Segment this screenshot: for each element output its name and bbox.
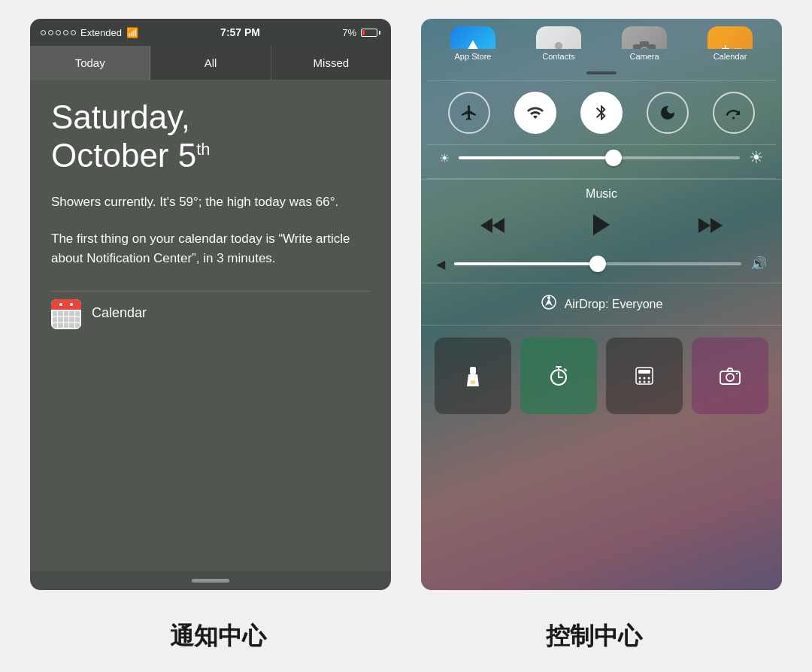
signal-dot-4 (63, 30, 68, 35)
bottom-labels: 通知中心 控制中心 (30, 620, 782, 653)
tab-all[interactable]: All (150, 46, 271, 80)
nc-date: Saturday, October 5th (51, 98, 370, 174)
camera-quick-button[interactable] (692, 338, 768, 414)
control-center-label: 控制中心 (414, 620, 774, 653)
notification-center-panel: Extended 📶 7:57 PM 7% Today All Missed (30, 19, 391, 590)
handle-bar (192, 579, 229, 583)
time-display: 7:57 PM (220, 26, 260, 38)
airdrop-row[interactable]: AirDrop: Everyone (421, 283, 782, 325)
nc-handle[interactable] (30, 571, 391, 590)
battery-icon (361, 29, 380, 37)
status-left: Extended 📶 (41, 27, 138, 38)
cal-cell (75, 323, 80, 328)
nc-content: Saturday, October 5th Showers currently.… (30, 80, 391, 571)
music-section: Music (421, 179, 782, 283)
svg-point-29 (648, 377, 650, 380)
calendar-app-icon: + − (707, 26, 753, 49)
brightness-min-icon: ☀ (439, 151, 450, 165)
timer-button[interactable] (520, 338, 597, 414)
brightness-row: ☀ ☀ (421, 145, 782, 178)
camera-label: Camera (629, 52, 659, 61)
calendar-icon (51, 299, 81, 329)
cal-cell (58, 323, 62, 328)
flashlight-button[interactable] (435, 338, 511, 414)
bluetooth-toggle[interactable] (580, 92, 623, 134)
rotation-lock-toggle[interactable] (713, 92, 755, 134)
svg-marker-9 (492, 218, 504, 233)
wifi-status-icon: 📶 (126, 27, 138, 38)
wifi-toggle[interactable] (514, 92, 556, 134)
svg-text:+: + (721, 41, 730, 49)
cal-cell (75, 317, 80, 322)
battery-body (361, 29, 377, 37)
cal-cell (58, 317, 62, 322)
cal-cell (64, 311, 68, 316)
carrier-label: Extended (80, 27, 122, 38)
camera-icon-partial (622, 26, 667, 49)
cal-cell (69, 311, 74, 316)
appstore-label: App Store (455, 52, 492, 61)
cc-top-handle[interactable] (421, 65, 782, 80)
brightness-fill (459, 156, 614, 159)
volume-min-icon: ◀ (436, 257, 445, 271)
volume-slider[interactable] (454, 262, 741, 265)
svg-point-15 (547, 296, 550, 299)
contacts-icon-partial (536, 26, 581, 49)
airdrop-icon (541, 294, 557, 314)
camera-icon (622, 26, 667, 49)
nc-weather: Showers currently. It's 59°; the high to… (51, 192, 370, 212)
music-label: Music (436, 187, 767, 201)
cc-inner: App Store Contacts (421, 19, 782, 590)
signal-dots (41, 30, 76, 35)
tab-today[interactable]: Today (30, 46, 150, 80)
do-not-disturb-toggle[interactable] (647, 92, 689, 134)
svg-point-28 (644, 377, 646, 380)
svg-point-35 (736, 373, 738, 374)
cal-cell (53, 317, 57, 322)
battery-cap (379, 31, 380, 35)
quick-actions (421, 325, 782, 426)
cal-cell (75, 311, 80, 316)
svg-point-27 (639, 377, 641, 380)
svg-rect-18 (471, 380, 475, 384)
svg-point-30 (639, 381, 641, 383)
tab-missed[interactable]: Missed (271, 46, 391, 80)
svg-rect-5 (640, 41, 649, 45)
battery-percent: 7% (342, 27, 356, 38)
nc-calendar-event: The first thing on your calendar today i… (51, 229, 370, 269)
svg-point-31 (644, 381, 646, 383)
cc-toggles (421, 81, 782, 144)
cc-app-appstore: App Store (430, 26, 516, 61)
rewind-button[interactable] (471, 213, 514, 243)
cal-cell (64, 317, 68, 322)
date-sup: th (196, 140, 210, 159)
svg-line-24 (565, 369, 566, 371)
airplane-mode-toggle[interactable] (448, 92, 490, 134)
signal-dot-1 (41, 30, 46, 35)
calendar-label: Calendar (92, 299, 147, 321)
contacts-icon (536, 26, 581, 49)
cal-cell (69, 323, 74, 328)
cal-dot-right (70, 303, 73, 306)
svg-marker-12 (698, 218, 710, 233)
svg-text:−: − (733, 41, 742, 49)
brightness-max-icon: ☀ (749, 148, 764, 168)
calculator-button[interactable] (606, 338, 683, 414)
volume-row: ◀ 🔊 (436, 256, 767, 272)
cal-dot-left (59, 303, 62, 306)
music-controls (436, 211, 767, 244)
signal-dot-2 (48, 30, 53, 35)
status-bar: Extended 📶 7:57 PM 7% (30, 19, 391, 46)
cal-cell (69, 317, 74, 322)
play-button[interactable] (584, 211, 619, 244)
cc-handle-bar (586, 71, 617, 74)
calendar-icon-partial: + − (707, 26, 753, 49)
cal-cell (64, 323, 68, 328)
cc-app-contacts: Contacts (516, 26, 601, 61)
battery-fill (362, 30, 365, 35)
cc-app-calendar: + − Calendar (687, 26, 773, 61)
brightness-slider[interactable] (459, 156, 740, 159)
svg-rect-26 (638, 370, 650, 374)
fastforward-button[interactable] (689, 213, 732, 243)
date-line1: Saturday, (51, 98, 190, 135)
